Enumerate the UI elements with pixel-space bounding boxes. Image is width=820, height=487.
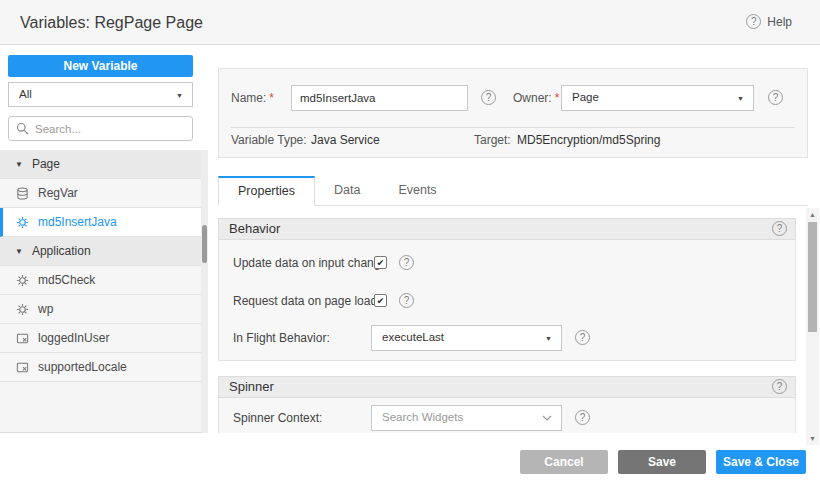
in-flight-select[interactable]: executeLast ▼ — [371, 325, 562, 351]
service-icon — [16, 216, 29, 229]
name-help-icon[interactable]: ? — [481, 90, 496, 105]
model-variable-icon — [16, 361, 29, 374]
tab-events[interactable]: Events — [379, 176, 455, 205]
spinner-context-row: Spinner Context: Search Widgets ? — [219, 405, 795, 431]
required-asterisk: * — [555, 91, 560, 105]
cancel-button[interactable]: Cancel — [520, 450, 608, 474]
sidebar-item-md5check[interactable]: md5Check — [0, 266, 201, 295]
model-variable-icon — [16, 332, 29, 345]
owner-label: Owner:* — [513, 85, 559, 111]
name-label-text: Name: — [231, 91, 266, 105]
request-data-checkbox[interactable]: ✔ — [374, 294, 387, 307]
database-icon — [16, 187, 29, 200]
request-data-label: Request data on page load — [233, 288, 377, 314]
request-data-row: Request data on page load ✔ ? — [219, 288, 795, 314]
behavior-section-title: Behavior — [229, 221, 280, 236]
list-item-label: RegVar — [38, 186, 78, 200]
target-value: MD5Encryption/md5Spring — [517, 127, 660, 153]
list-item-label: md5Check — [38, 273, 95, 287]
sidebar-item-wp[interactable]: wp — [0, 295, 201, 324]
help-link[interactable]: ? Help — [746, 14, 792, 29]
owner-help-icon[interactable]: ? — [768, 90, 783, 105]
group-label: Page — [32, 157, 60, 171]
search-input[interactable] — [8, 116, 193, 141]
chevron-down-icon: ▼ — [176, 83, 183, 106]
behavior-section-body: Update data on input change ✔ ? Request … — [218, 240, 796, 361]
variable-type-label: Variable Type: — [231, 127, 307, 153]
list-item-label: wp — [38, 302, 53, 316]
spinner-context-help-icon[interactable]: ? — [575, 410, 590, 425]
tab-data[interactable]: Data — [315, 176, 379, 205]
save-close-button[interactable]: Save & Close — [716, 450, 806, 474]
help-label[interactable]: Help — [767, 15, 792, 29]
variable-type-value: Java Service — [311, 127, 380, 153]
spinner-context-select[interactable]: Search Widgets — [371, 405, 562, 431]
update-data-label: Update data on input change — [233, 250, 387, 276]
list-item-label: supportedLocale — [38, 360, 127, 374]
sidebar-scrollbar-thumb[interactable] — [202, 225, 207, 263]
sidebar-group-page[interactable]: ▼ Page — [0, 150, 201, 179]
search-icon — [16, 122, 29, 135]
spinner-help-icon[interactable]: ? — [772, 379, 787, 394]
search-box — [8, 116, 193, 141]
target-label: Target: — [474, 127, 511, 153]
sidebar-scrollbar[interactable] — [201, 150, 208, 433]
sidebar-item-supportedlocale[interactable]: supportedLocale — [0, 353, 201, 382]
spinner-context-label: Spinner Context: — [233, 405, 322, 431]
save-button[interactable]: Save — [618, 450, 706, 474]
list-item-label: md5InsertJava — [38, 215, 117, 229]
variable-filter-select[interactable]: All ▼ — [8, 82, 193, 107]
properties-scrollbar[interactable]: ▲ ▼ — [806, 208, 819, 445]
variables-dialog: Variables: RegPage Page ? Help New Varia… — [0, 0, 820, 487]
collapse-arrow-icon[interactable]: ▼ — [15, 247, 23, 256]
name-field[interactable] — [291, 85, 468, 111]
name-label: Name:* — [231, 85, 274, 111]
update-data-help-icon[interactable]: ? — [399, 255, 414, 270]
spinner-context-placeholder: Search Widgets — [382, 411, 463, 423]
variable-list: ▼ Page RegVar — [0, 150, 201, 433]
sidebar-group-application[interactable]: ▼ Application — [0, 237, 201, 266]
behavior-help-icon[interactable]: ? — [772, 221, 787, 236]
in-flight-row: In Flight Behavior: executeLast ▼ ? — [219, 325, 795, 351]
in-flight-value: executeLast — [382, 331, 444, 343]
update-data-checkbox[interactable]: ✔ — [374, 256, 387, 269]
spinner-section-header: Spinner ? — [218, 376, 796, 398]
chevron-down-icon: ▼ — [545, 327, 552, 350]
required-asterisk: * — [269, 91, 274, 105]
in-flight-label: In Flight Behavior: — [233, 325, 330, 351]
scroll-up-icon[interactable]: ▲ — [806, 211, 819, 218]
sidebar-item-md5insertjava[interactable]: md5InsertJava — [0, 208, 201, 237]
behavior-section-header: Behavior ? — [218, 218, 796, 240]
title-bar: Variables: RegPage Page ? Help — [0, 0, 820, 45]
tab-bar: Properties Data Events — [218, 176, 808, 206]
service-icon — [16, 274, 29, 287]
owner-select[interactable]: Page ▼ — [561, 85, 754, 111]
variable-summary-panel: Name:* ? Owner:* Page ▼ ? Variable Type:… — [218, 68, 808, 158]
update-data-row: Update data on input change ✔ ? — [219, 250, 795, 276]
chevron-down-icon: ▼ — [737, 87, 744, 110]
scrollbar-thumb[interactable] — [808, 222, 817, 332]
scroll-down-icon[interactable]: ▼ — [806, 435, 819, 442]
owner-value: Page — [572, 91, 599, 103]
request-data-help-icon[interactable]: ? — [399, 293, 414, 308]
sidebar-item-regvar[interactable]: RegVar — [0, 179, 201, 208]
sidebar-item-loggedinuser[interactable]: loggedInUser — [0, 324, 201, 353]
service-icon — [16, 303, 29, 316]
collapse-arrow-icon[interactable]: ▼ — [15, 160, 23, 169]
help-icon[interactable]: ? — [746, 14, 761, 29]
list-item-label: loggedInUser — [38, 331, 109, 345]
chevron-down-icon — [542, 415, 552, 421]
page-title: Variables: RegPage Page — [20, 0, 203, 45]
tab-properties[interactable]: Properties — [218, 176, 315, 206]
owner-label-text: Owner: — [513, 91, 552, 105]
new-variable-button[interactable]: New Variable — [8, 55, 193, 77]
group-label: Application — [32, 244, 91, 258]
spinner-section-body: Spinner Context: Search Widgets ? — [218, 398, 796, 433]
variable-filter-value: All — [19, 88, 32, 100]
spinner-section-title: Spinner — [229, 379, 274, 394]
in-flight-help-icon[interactable]: ? — [575, 330, 590, 345]
